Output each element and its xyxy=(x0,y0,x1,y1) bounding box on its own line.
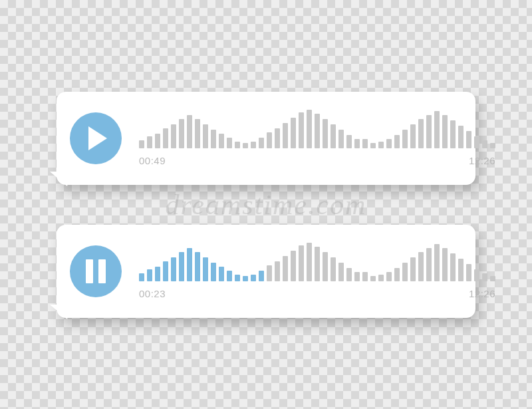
waveform-bar xyxy=(235,275,240,281)
waveform-bar xyxy=(315,247,320,281)
waveform-bar xyxy=(227,271,232,281)
waveform-bar xyxy=(259,138,264,148)
waveform-bar xyxy=(426,248,432,281)
waveform-bar xyxy=(482,140,487,148)
waveform-bar xyxy=(474,136,479,148)
waveform-bar xyxy=(243,276,248,281)
waveform-bar xyxy=(267,265,272,281)
waveform-bar xyxy=(275,261,280,281)
waveform-bar xyxy=(482,273,487,281)
waveform-bar xyxy=(410,257,416,281)
pause-icon xyxy=(86,259,106,283)
waveform-bar xyxy=(434,111,440,148)
waveform-bar xyxy=(155,267,160,281)
waveform-bar xyxy=(442,115,448,148)
waveform-bar xyxy=(442,248,448,281)
waveform-bar xyxy=(378,142,384,148)
elapsed-time: 00:49 xyxy=(139,155,166,166)
waveform-bar xyxy=(354,139,360,148)
waveform-bar xyxy=(346,135,352,148)
waveform-bar xyxy=(426,115,432,148)
waveform-bar xyxy=(251,142,256,148)
waveform-bar xyxy=(307,243,312,281)
waveform-bar xyxy=(370,143,376,148)
waveform-bar xyxy=(171,257,176,281)
waveform-bar xyxy=(227,138,232,148)
waveform-bar xyxy=(410,124,416,148)
waveform-bar xyxy=(187,115,192,148)
waveform-bar xyxy=(450,120,456,148)
waveform-bar xyxy=(275,128,280,148)
waveform-bar xyxy=(394,268,400,281)
waveform-bar xyxy=(203,124,208,148)
waveform-bar xyxy=(219,134,224,148)
waveform-bar xyxy=(163,128,168,148)
play-icon xyxy=(88,126,107,150)
waveform-bar xyxy=(251,275,256,281)
waveform-bar xyxy=(323,252,328,281)
waveform-bar xyxy=(474,269,479,281)
waveform-bar xyxy=(171,124,176,148)
pause-button[interactable] xyxy=(70,245,122,297)
waveform-bar xyxy=(243,143,248,148)
waveform-bar xyxy=(291,251,296,281)
waveform-bar xyxy=(259,271,264,281)
waveform-bar xyxy=(155,134,160,148)
waveform-bar xyxy=(458,259,464,281)
waveform-bar xyxy=(291,118,296,148)
watermark-text: dreamstime.com xyxy=(166,189,367,221)
waveform[interactable] xyxy=(139,243,495,281)
waveform-bar xyxy=(219,267,224,281)
waveform-bar xyxy=(139,140,144,148)
total-time: 12:26 xyxy=(469,288,495,299)
waveform-bar xyxy=(378,275,384,281)
waveform-bar xyxy=(450,253,456,281)
waveform-bar xyxy=(394,135,400,148)
waveform-bar xyxy=(418,252,424,281)
waveform-bar xyxy=(195,252,200,281)
waveform[interactable] xyxy=(139,110,495,148)
waveform-bar xyxy=(402,263,408,281)
waveform-bar xyxy=(211,263,216,281)
waveform-bar xyxy=(267,132,272,148)
waveform-bar xyxy=(299,112,304,148)
total-time: 12:26 xyxy=(469,155,495,166)
waveform-bar xyxy=(299,245,304,281)
waveform-bar xyxy=(354,272,360,281)
waveform-bar xyxy=(490,276,495,281)
waveform-bar xyxy=(331,124,336,148)
waveform-bar xyxy=(466,131,471,148)
waveform-bar xyxy=(235,142,240,148)
waveform-bar xyxy=(163,261,168,281)
waveform-bar xyxy=(338,130,344,148)
waveform-bar xyxy=(147,269,152,281)
waveform-bar xyxy=(338,263,344,281)
waveform-area: 00:23 12:26 xyxy=(139,243,495,299)
waveform-bar xyxy=(331,257,336,281)
elapsed-time: 00:23 xyxy=(139,288,166,299)
waveform-bar xyxy=(203,257,208,281)
waveform-bar xyxy=(179,252,184,281)
waveform-bar xyxy=(315,114,320,148)
waveform-bar xyxy=(283,123,288,148)
time-row: 00:23 12:26 xyxy=(139,288,495,299)
waveform-bar xyxy=(466,264,471,281)
waveform-bar xyxy=(346,268,352,281)
waveform-bar xyxy=(362,139,368,148)
waveform-bar xyxy=(370,276,376,281)
waveform-bar xyxy=(490,143,495,148)
waveform-bar xyxy=(418,119,424,148)
waveform-bar xyxy=(386,139,392,148)
voice-message-bubble: 00:49 12:26 xyxy=(57,92,475,185)
waveform-bar xyxy=(434,244,440,281)
waveform-area: 00:49 12:26 xyxy=(139,110,495,166)
waveform-bar xyxy=(195,119,200,148)
waveform-bar xyxy=(362,272,368,281)
waveform-bar xyxy=(139,273,144,281)
time-row: 00:49 12:26 xyxy=(139,155,495,166)
voice-message-bubble: 00:23 12:26 xyxy=(57,225,475,318)
waveform-bar xyxy=(458,126,464,148)
play-button[interactable] xyxy=(70,112,122,164)
waveform-bar xyxy=(211,130,216,148)
waveform-bar xyxy=(323,119,328,148)
